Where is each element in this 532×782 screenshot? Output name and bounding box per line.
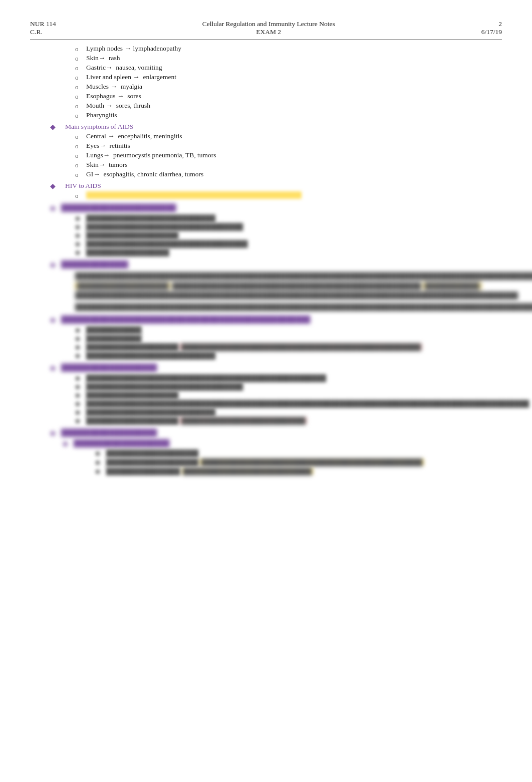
bullet: o: [75, 161, 86, 169]
blurred-item: ◆████████████████████ ██████████████████…: [30, 417, 502, 425]
list-item: o Mouth → sores, thrush: [30, 102, 502, 110]
bullet: o: [75, 133, 86, 141]
bullet: o: [75, 83, 86, 91]
bullet: o: [75, 93, 86, 101]
blurred-item: ◆███████████████████████████████████████…: [30, 400, 502, 408]
header-divider: [30, 39, 502, 40]
item-text: GI→ esophagitis, chronic diarrhea, tumor…: [86, 170, 502, 178]
blurred-item: ◆████████████: [30, 335, 502, 343]
bullet: o: [75, 142, 86, 150]
header-left: NUR 114 C.R.: [30, 20, 56, 36]
blurred-item: ◆████████████: [30, 326, 502, 334]
date: 6/17/19: [481, 28, 502, 36]
list-item: o Esophagus → sores: [30, 92, 502, 101]
blurred-item: ◆███████████████████████████████████████…: [30, 374, 502, 382]
document-title: Cellular Regulation and Immunity Lecture…: [56, 20, 481, 28]
item-text: Skin→ rash: [86, 54, 502, 62]
list-item: o Central → encephalitis, meningitis: [30, 132, 502, 141]
bullet: o: [75, 45, 86, 53]
list-item: o Gastric→ nausea, vomiting: [30, 64, 502, 72]
bullet: o: [75, 112, 86, 120]
blurred-section-1: ◆ ████████████████████████ ◆████████████…: [30, 204, 502, 256]
exam-label: EXAM 2: [56, 28, 481, 36]
list-item: o GI→ esophagitis, chronic diarrhea, tum…: [30, 170, 502, 179]
header: NUR 114 C.R. Cellular Regulation and Imm…: [30, 20, 502, 36]
blurred-section-title-2: ◆ ██████████████: [30, 260, 502, 269]
section-bullet: ◆: [50, 182, 61, 190]
instructor-initials: C.R.: [30, 28, 56, 36]
blurred-para: ████████████████████████████████████████…: [30, 271, 502, 301]
list-item: o Lymph nodes → lymphadenopathy: [30, 45, 502, 53]
hiv-highlight-bar: [86, 191, 302, 199]
blurred-item: ◆███████████████████████████████████: [30, 240, 502, 248]
blurred-item: ◆████████████████████: [30, 449, 502, 457]
page-number: 2: [481, 20, 502, 28]
list-item: o Liver and spleen → enlargement: [30, 73, 502, 82]
blurred-item: ◆████████████████████████████: [30, 214, 502, 222]
blurred-section-title-3: ◆ ██████████████████████████████████████…: [30, 316, 502, 324]
section-title: HIV to AIDS: [65, 182, 101, 190]
blurred-item: ◆██████████████████████████████████: [30, 383, 502, 391]
blurred-item: ◆████████████████████ ██████████████████…: [30, 343, 502, 351]
blurred-item: ◆██████████████████████████████████: [30, 223, 502, 231]
list-item: o Muscles → myalgia: [30, 83, 502, 91]
blurred-section-title-4: ◆ ████████████████████: [30, 364, 502, 372]
blurred-section-title-1: ◆ ████████████████████████: [30, 204, 502, 212]
list-item: o Eyes→ retinitis: [30, 142, 502, 150]
blurred-item: ◆████████████████████ ██████████████████…: [30, 458, 502, 466]
item-text: Mouth → sores, thrush: [86, 102, 502, 110]
bullet: o: [75, 55, 86, 63]
blurred-section-title-5: ◆ ████████████████████: [30, 429, 502, 437]
item-text: Skin→ tumors: [86, 161, 502, 169]
blurred-sub-heading: ◆ ████████████████████: [30, 439, 502, 448]
blurred-section-4: ◆ ████████████████████ ◆████████████████…: [30, 364, 502, 425]
list-item: o Skin→ tumors: [30, 161, 502, 169]
blurred-item: ◆██████████████████: [30, 248, 502, 256]
item-text: Lungs→ pneumocystis pneumonia, TB, tumor…: [86, 151, 502, 159]
bullet: o: [75, 102, 86, 110]
bullet: o: [75, 152, 86, 160]
list-item: o Lungs→ pneumocystis pneumonia, TB, tum…: [30, 151, 502, 160]
page: NUR 114 C.R. Cellular Regulation and Imm…: [0, 0, 532, 782]
item-text: Liver and spleen → enlargement: [86, 73, 502, 81]
item-text: Gastric→ nausea, vomiting: [86, 64, 502, 72]
blurred-item: ◆████████████████ ██████████████████████…: [30, 467, 502, 475]
blurred-item: ◆████████████████████████████: [30, 408, 502, 416]
blurred-item: ◆████████████████████████████: [30, 352, 502, 360]
blurred-item: ◆████████████████████: [30, 231, 502, 239]
item-text: Lymph nodes → lymphadenopathy: [86, 45, 502, 53]
header-center: Cellular Regulation and Immunity Lecture…: [56, 20, 481, 36]
section-bullet: ◆: [50, 123, 61, 131]
bullet: o: [75, 74, 86, 82]
bullet: o: [75, 171, 86, 179]
item-text: Muscles → myalgia: [86, 83, 502, 91]
blurred-section-5: ◆ ████████████████████ ◆ ███████████████…: [30, 429, 502, 475]
item-text: Esophagus → sores: [86, 92, 502, 100]
bullet: o: [75, 192, 86, 200]
blurred-para-2: ████████████████████████████████████████…: [30, 302, 502, 312]
blurred-item: ◆████████████████████: [30, 391, 502, 399]
content-area: o Lymph nodes → lymphadenopathy o Skin→ …: [30, 45, 502, 475]
blurred-section-3: ◆ ██████████████████████████████████████…: [30, 316, 502, 360]
bullet: o: [75, 64, 86, 72]
section-heading-hiv-to-aids: ◆ HIV to AIDS: [30, 182, 502, 190]
header-right: 2 6/17/19: [481, 20, 502, 36]
item-text: Eyes→ retinitis: [86, 142, 502, 150]
list-item: o Pharyngitis: [30, 111, 502, 120]
blurred-section-2: ◆ ██████████████ ███████████████████████…: [30, 260, 502, 312]
hiv-highlight-row: o: [30, 191, 502, 200]
item-text: Central → encephalitis, meningitis: [86, 132, 502, 140]
course-code: NUR 114: [30, 20, 56, 28]
item-text: Pharyngitis: [86, 111, 502, 119]
section-title: Main symptoms of AIDS: [65, 123, 133, 131]
list-item: o Skin→ rash: [30, 54, 502, 63]
section-heading-main-symptoms: ◆ Main symptoms of AIDS: [30, 123, 502, 131]
